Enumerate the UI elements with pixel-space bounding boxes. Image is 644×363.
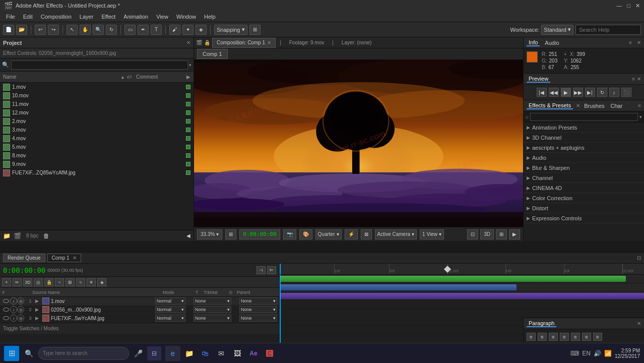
menu-help[interactable]: Help bbox=[200, 13, 220, 21]
select-tool[interactable]: ↖ bbox=[67, 25, 78, 35]
layer-row[interactable]: ♪ ◎ 1 ▶ 1.mov Normal ▾ None ▾ bbox=[0, 297, 279, 306]
photos-btn[interactable]: 🖼 bbox=[230, 346, 245, 361]
roi-btn[interactable]: ⊡ bbox=[467, 229, 478, 239]
timeline-timecode[interactable]: 0:00:00:00 bbox=[3, 266, 45, 274]
timeline-in-btn[interactable]: ⊣ bbox=[256, 266, 266, 274]
new-folder-icon[interactable]: 📁 bbox=[3, 232, 11, 239]
live-update-btn[interactable]: ⬛ bbox=[621, 88, 631, 97]
effect-category-color-correction[interactable]: ▶ Color Correction bbox=[524, 193, 644, 203]
transparency-btn[interactable]: ⊠ bbox=[361, 229, 372, 239]
layer-audio-1[interactable]: ♪ bbox=[10, 297, 17, 305]
search-taskbar-btn[interactable]: 🔍 bbox=[21, 346, 36, 361]
project-search-input[interactable] bbox=[11, 60, 188, 70]
file-item[interactable]: FUE7XiF...ZQ85wYcAfM.jpg bbox=[0, 168, 194, 177]
timeline-out-btn[interactable]: ⊢ bbox=[267, 266, 276, 274]
view-dropdown[interactable]: 1 View ▾ bbox=[420, 229, 444, 239]
layer-adjustment-btn[interactable]: ☀ bbox=[87, 278, 96, 286]
step-back-btn[interactable]: ◀◀ bbox=[549, 88, 559, 97]
layer-row[interactable]: ♪ ◎ 2 ▶ 02056_m...00x900.jpg Normal ▾ No… bbox=[0, 306, 279, 314]
trkmat-dropdown-2[interactable]: None ▾ bbox=[194, 306, 231, 313]
grid-btn[interactable]: ⊞ bbox=[496, 229, 507, 239]
camera-dropdown[interactable]: Active Camera ▾ bbox=[375, 229, 417, 239]
menu-effect[interactable]: Effect bbox=[97, 13, 119, 21]
minimize-btn[interactable]: — bbox=[616, 3, 622, 9]
brushes-tab[interactable]: Brushes bbox=[582, 103, 606, 109]
effects-close-x[interactable]: ✕ bbox=[576, 103, 580, 108]
pen-tool[interactable]: ✒ bbox=[138, 25, 149, 35]
layer-lock-btn[interactable]: 🔒 bbox=[44, 278, 53, 286]
layer-3d-btn[interactable]: 3D bbox=[23, 278, 32, 286]
audio-tab[interactable]: Audio bbox=[543, 40, 561, 46]
layer-expand-1[interactable]: ▶ bbox=[35, 298, 42, 304]
paragraph-tab[interactable]: Paragraph bbox=[527, 320, 556, 327]
timecode-display[interactable]: 0:00:00:00 bbox=[239, 229, 280, 239]
effects-search-input[interactable] bbox=[530, 113, 638, 121]
ae-btn[interactable]: Ae bbox=[246, 346, 261, 361]
open-btn[interactable]: 📂 bbox=[16, 25, 27, 35]
effect-category-blur-sharpen[interactable]: ▶ Blur & Sharpen bbox=[524, 163, 644, 173]
effect-category-3d-channel[interactable]: ▶ 3D Channel bbox=[524, 133, 644, 143]
effect-category-distort[interactable]: ▶ Distort bbox=[524, 203, 644, 213]
menu-window[interactable]: Window bbox=[172, 13, 200, 21]
panel-close-x[interactable]: ✕ bbox=[186, 40, 190, 45]
justify-left-btn[interactable]: ≡ bbox=[560, 333, 569, 341]
mode-dropdown-2[interactable]: Normal ▾ bbox=[155, 306, 185, 313]
camera-btn[interactable]: 📷 bbox=[283, 229, 296, 239]
file-item[interactable]: 12.mov bbox=[0, 108, 194, 117]
layer-solo-3[interactable]: ◎ bbox=[17, 315, 24, 322]
effects-menu-btn[interactable]: ≡ bbox=[638, 103, 641, 108]
layer-expand-2[interactable]: ▶ bbox=[35, 307, 42, 312]
file-item[interactable]: 2.mov bbox=[0, 117, 194, 126]
file-item[interactable]: 5.mov bbox=[0, 143, 194, 151]
layer-vis-1[interactable] bbox=[2, 297, 10, 305]
comp-timeline-tab[interactable]: Comp 1 ✕ bbox=[47, 254, 82, 262]
layer-vis-3[interactable] bbox=[2, 315, 10, 322]
render-btn[interactable]: ▶ bbox=[509, 229, 520, 239]
tray-icon-1[interactable]: ⌨ bbox=[570, 350, 579, 357]
layer-row[interactable]: ♪ ◎ 3 ▶ FUE7XiF...5wYcAfM.jpg Normal ▾ N… bbox=[0, 314, 279, 323]
align-right-btn[interactable]: ≡ bbox=[549, 333, 558, 341]
file-item[interactable]: 10.mov bbox=[0, 91, 194, 100]
eye-icon-3[interactable] bbox=[3, 316, 9, 320]
layer-draft-btn[interactable]: ◈ bbox=[97, 278, 106, 286]
align-center-btn[interactable]: ≡ bbox=[538, 333, 547, 341]
layer-new-btn[interactable]: + bbox=[2, 278, 11, 286]
search-help-input[interactable] bbox=[575, 25, 641, 35]
eye-icon-1[interactable] bbox=[3, 299, 9, 303]
file-item[interactable]: 9.mov bbox=[0, 160, 194, 168]
app9-btn[interactable]: 🅲 bbox=[262, 346, 277, 361]
play-btn[interactable]: ▶ bbox=[561, 88, 571, 97]
taskbar-mic-btn[interactable]: 🎤 bbox=[131, 346, 145, 360]
expand-icon[interactable]: ◀ bbox=[186, 233, 190, 238]
sort-arrow[interactable]: ▲ bbox=[120, 75, 125, 80]
loop-btn[interactable]: ↻ bbox=[597, 88, 607, 97]
layer-solo-2[interactable]: ◎ bbox=[17, 306, 24, 313]
track-row-1[interactable] bbox=[280, 275, 644, 283]
scroll-right[interactable]: ▶ bbox=[186, 74, 190, 80]
menu-composition[interactable]: Composition bbox=[37, 13, 76, 21]
brush-tool[interactable]: 🖌 bbox=[169, 25, 180, 35]
taskview-btn[interactable]: ⊟ bbox=[147, 346, 161, 360]
trkmat-dropdown-1[interactable]: None ▾ bbox=[194, 297, 231, 305]
snapping-toggle[interactable]: Snapping ▾ bbox=[214, 25, 247, 35]
col-name-header[interactable]: Name bbox=[3, 74, 120, 80]
tray-icon-2[interactable]: EN bbox=[582, 350, 591, 357]
track-row-2[interactable] bbox=[280, 283, 644, 292]
start-btn[interactable]: ⊞ bbox=[4, 346, 19, 361]
effect-category-audio[interactable]: ▶ Audio bbox=[524, 153, 644, 163]
taskbar-search-input[interactable] bbox=[38, 347, 129, 360]
align-left-btn[interactable]: ≡ bbox=[527, 333, 536, 341]
project-tab-label[interactable]: Project bbox=[3, 40, 22, 46]
mode-dropdown-3[interactable]: Normal ▾ bbox=[155, 315, 185, 322]
file-item[interactable]: 4.mov bbox=[0, 134, 194, 143]
file-item[interactable]: 11.mov bbox=[0, 100, 194, 108]
menu-view[interactable]: View bbox=[152, 13, 172, 21]
file-item[interactable]: 3.mov bbox=[0, 126, 194, 134]
preview-tab[interactable]: Preview bbox=[527, 76, 550, 83]
effect-category-animation-presets[interactable]: ▶ Animation Presets bbox=[524, 123, 644, 133]
parent-dropdown-1[interactable]: None ▾ bbox=[239, 297, 277, 305]
timeline-expand-btn[interactable]: ⊡ bbox=[637, 255, 641, 261]
layer-vis-2[interactable] bbox=[2, 306, 10, 313]
toggle-label[interactable]: Toggle Switches / Modes bbox=[3, 326, 59, 331]
edge-icon-btn[interactable]: e bbox=[165, 346, 180, 361]
